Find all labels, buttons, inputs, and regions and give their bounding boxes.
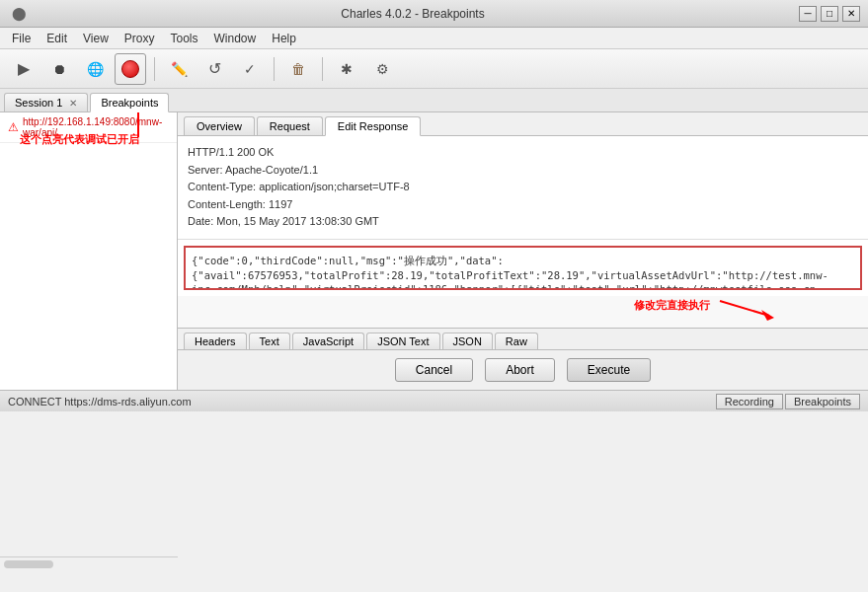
- bottom-arrow: [710, 296, 809, 326]
- check-icon: ✓: [244, 61, 256, 77]
- recording-label: Recording: [725, 396, 774, 407]
- error-icon: ⚠: [8, 120, 19, 134]
- cancel-label: Cancel: [416, 363, 452, 377]
- maximize-button[interactable]: □: [821, 6, 838, 22]
- menu-item-proxy[interactable]: Proxy: [117, 30, 163, 47]
- header-status: HTTP/1.1 200 OK: [188, 144, 858, 162]
- tab-overview[interactable]: Overview: [184, 116, 255, 135]
- toolbar-separator-1: [154, 57, 155, 81]
- svg-line-2: [720, 301, 769, 316]
- header-server: Server: Apache-Coyote/1.1: [188, 162, 858, 180]
- window-controls: ─ □ ✕: [799, 6, 860, 22]
- breakpoints-label: Breakpoints: [794, 396, 851, 407]
- tab-request-label: Request: [270, 120, 310, 132]
- refresh-button[interactable]: ↺: [198, 53, 230, 85]
- record-active-button[interactable]: [115, 53, 146, 85]
- throttle-button[interactable]: 🌐: [79, 53, 111, 85]
- toolbar-separator-3: [322, 57, 323, 81]
- title-bar: ⬤ Charles 4.0.2 - Breakpoints ─ □ ✕: [0, 0, 868, 28]
- breakpoint-item[interactable]: ⚠ http://192.168.1.149:8080/mnw-war/api/: [0, 112, 177, 143]
- settings-icon: ✱: [341, 61, 353, 77]
- right-panel: Overview Request Edit Response HTTP/1.1 …: [178, 112, 868, 390]
- h-scrollbar[interactable]: [0, 556, 178, 570]
- delete-button[interactable]: 🗑: [282, 53, 314, 85]
- abort-label: Abort: [506, 363, 534, 377]
- menu-item-file[interactable]: File: [4, 30, 39, 47]
- breakpoints-badge[interactable]: Breakpoints: [785, 394, 860, 409]
- record-active-icon: [121, 60, 139, 78]
- abort-button[interactable]: Abort: [485, 358, 555, 382]
- pointer-button[interactable]: ▶: [8, 53, 39, 85]
- tab-edit-response-label: Edit Response: [338, 120, 409, 132]
- header-content-length: Content-Length: 1197: [188, 196, 858, 214]
- tab-json-text-label: JSON Text: [377, 335, 429, 347]
- header-date: Date: Mon, 15 May 2017 13:08:30 GMT: [188, 213, 858, 231]
- tab-headers-label: Headers: [195, 335, 236, 347]
- settings-button[interactable]: ✱: [331, 53, 362, 85]
- refresh-icon: ↺: [208, 59, 221, 78]
- pointer-icon: ▶: [18, 59, 30, 78]
- action-buttons: Cancel Abort Execute: [178, 350, 868, 390]
- tab-headers[interactable]: Headers: [184, 333, 247, 349]
- tab-text-label: Text: [260, 335, 279, 347]
- menu-bar: FileEditViewProxyToolsWindowHelp: [0, 28, 868, 49]
- tab-javascript-label: JavaScript: [303, 335, 354, 347]
- json-editor[interactable]: [184, 246, 862, 290]
- trash-icon: 🗑: [291, 61, 305, 77]
- session-tab-breakpoints[interactable]: Breakpoints: [90, 93, 169, 112]
- check-button[interactable]: ✓: [234, 53, 266, 85]
- tab-raw[interactable]: Raw: [495, 333, 538, 349]
- tab-javascript[interactable]: JavaScript: [292, 333, 364, 349]
- status-badges: Recording Breakpoints: [716, 394, 860, 409]
- session-tab-1-label: Session 1: [15, 97, 62, 109]
- tab-overview-label: Overview: [197, 120, 242, 132]
- recording-badge[interactable]: Recording: [716, 394, 783, 409]
- session-tabs: Session 1 ✕ Breakpoints: [0, 89, 868, 112]
- menu-item-window[interactable]: Window: [206, 30, 265, 47]
- execute-label: Execute: [588, 363, 630, 377]
- bottom-annotation-area: 修改完直接执行: [178, 296, 868, 328]
- minimize-button[interactable]: ─: [799, 6, 817, 22]
- record-stop-button[interactable]: ⏺: [43, 53, 75, 85]
- record-stop-icon: ⏺: [52, 61, 66, 77]
- response-tabs: Overview Request Edit Response: [178, 112, 868, 136]
- response-headers: HTTP/1.1 200 OK Server: Apache-Coyote/1.…: [178, 136, 868, 240]
- execute-button[interactable]: Execute: [567, 358, 651, 382]
- tab-raw-label: Raw: [506, 335, 527, 347]
- status-bar: CONNECT https://dms-rds.aliyun.com Recor…: [0, 390, 868, 411]
- throttle-icon: 🌐: [87, 61, 104, 77]
- close-button[interactable]: ✕: [842, 6, 860, 22]
- menu-item-help[interactable]: Help: [264, 30, 304, 47]
- h-scrollbar-thumb: [4, 560, 53, 568]
- bp-url: http://192.168.1.149:8080/mnw-war/api/: [23, 116, 169, 138]
- session-tab-bp-label: Breakpoints: [101, 97, 158, 109]
- gear-icon: ⚙: [376, 61, 389, 77]
- menu-item-view[interactable]: View: [75, 30, 117, 47]
- content-area: ⚠ http://192.168.1.149:8080/mnw-war/api/…: [0, 112, 868, 390]
- edit-button[interactable]: ✏️: [163, 53, 195, 85]
- bottom-tabs: Headers Text JavaScript JSON Text JSON R…: [178, 328, 868, 350]
- session-tab-1-close[interactable]: ✕: [69, 98, 77, 109]
- session-tab-1[interactable]: Session 1 ✕: [4, 93, 88, 111]
- cancel-button[interactable]: Cancel: [395, 358, 473, 382]
- tab-json-label: JSON: [453, 335, 482, 347]
- window-title: Charles 4.0.2 - Breakpoints: [27, 7, 799, 21]
- menu-item-edit[interactable]: Edit: [39, 30, 75, 47]
- toolbar-separator-2: [274, 57, 275, 81]
- toolbar: ▶ ⏺ 🌐 ✏️ ↺ ✓ 🗑 ✱ ⚙: [0, 49, 868, 89]
- tab-request[interactable]: Request: [257, 116, 323, 135]
- edit-icon: ✏️: [171, 61, 188, 77]
- bottom-annotation-text: 修改完直接执行: [634, 298, 710, 313]
- tab-json-text[interactable]: JSON Text: [366, 333, 439, 349]
- left-panel: ⚠ http://192.168.1.149:8080/mnw-war/api/…: [0, 112, 178, 390]
- status-text: CONNECT https://dms-rds.aliyun.com: [8, 396, 192, 407]
- tab-json[interactable]: JSON: [442, 333, 493, 349]
- tab-text[interactable]: Text: [249, 333, 290, 349]
- gear-button[interactable]: ⚙: [366, 53, 398, 85]
- tab-edit-response[interactable]: Edit Response: [325, 116, 422, 136]
- menu-item-tools[interactable]: Tools: [163, 30, 206, 47]
- svg-marker-3: [761, 310, 774, 321]
- header-content-type: Content-Type: application/json;charset=U…: [188, 179, 858, 196]
